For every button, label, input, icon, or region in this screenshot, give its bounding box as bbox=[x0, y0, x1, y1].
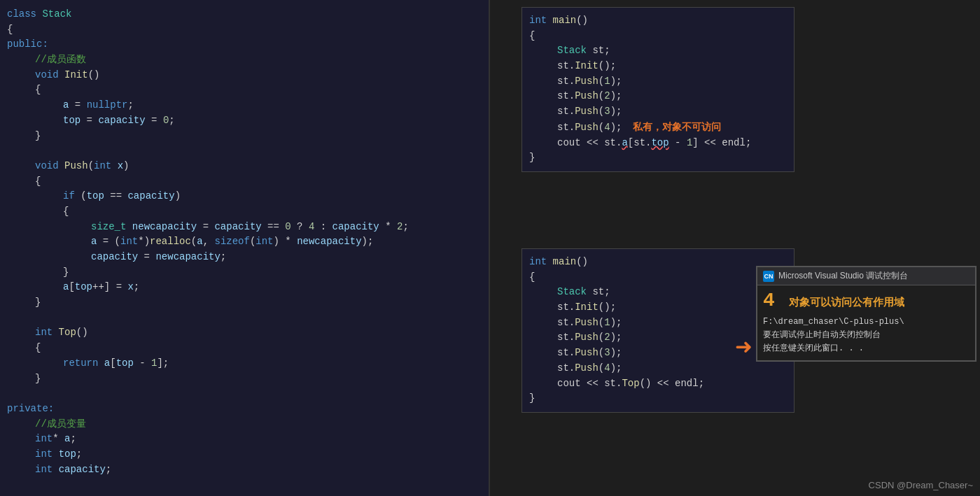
class-name: Stack bbox=[42, 7, 71, 22]
watermark: CSDN @Dream_Chaser~ bbox=[869, 480, 973, 490]
code-line: { bbox=[0, 174, 489, 190]
code-line: int* a; bbox=[0, 432, 489, 447]
code-line: st.Push(4); 私有，对象不可访问 bbox=[522, 120, 794, 136]
code-line: { bbox=[0, 341, 489, 356]
code-line: public: bbox=[0, 37, 489, 52]
code-line: cout << st.a[st.top - 1] << endl; bbox=[522, 136, 794, 151]
code-line: st.Push(2); bbox=[522, 330, 794, 346]
code-line: int main() bbox=[522, 13, 794, 29]
vs-console-panel: CN Microsoft Visual Studio 调试控制台 4 对象可以访… bbox=[756, 266, 976, 362]
code-line: int top; bbox=[0, 447, 489, 462]
code-line: st.Init(); bbox=[522, 59, 794, 74]
code-line: st.Init(); bbox=[522, 300, 794, 316]
code-line: } bbox=[0, 265, 489, 281]
code-line: capacity = newcapacity; bbox=[0, 250, 489, 265]
code-line: st.Push(1); bbox=[522, 316, 794, 331]
vs-output-line: 按任意键关闭此窗口. . . bbox=[763, 342, 969, 355]
code-line: st.Push(3); bbox=[522, 346, 794, 361]
code-line: { bbox=[0, 204, 489, 220]
code-line: st.Push(4); bbox=[522, 361, 794, 376]
annotation-private-inline: 私有，对象不可访问 bbox=[633, 120, 721, 135]
code-line: int Top() bbox=[0, 325, 489, 341]
code-line: if (top == capacity) bbox=[0, 189, 489, 204]
code-line: //成员函数 bbox=[0, 52, 489, 68]
code-line: void Push(int x) bbox=[0, 159, 489, 174]
vs-output: F:\dream_chaser\C-plus-plus\ 要在调试停止时自动关闭… bbox=[763, 316, 969, 356]
vs-icon: CN bbox=[763, 271, 774, 282]
code-line: private: bbox=[0, 402, 489, 417]
bottom-right-code-panel: int main() { Stack st; st.Init(); st.Pus… bbox=[522, 248, 794, 413]
code-line: int capacity; bbox=[0, 462, 489, 478]
top-right-code-panel: int main() { Stack st; st.Init(); st.Pus… bbox=[522, 7, 794, 172]
code-line: } bbox=[522, 150, 794, 166]
arrow-icon: ➜ bbox=[735, 336, 752, 364]
vs-title-bar: CN Microsoft Visual Studio 调试控制台 bbox=[757, 267, 975, 285]
code-line: { bbox=[522, 270, 794, 285]
left-code-panel: class Stack { public: //成员函数 void Init()… bbox=[0, 0, 490, 496]
code-line: Stack st; bbox=[522, 285, 794, 300]
code-line: st.Push(1); bbox=[522, 74, 794, 90]
code-line: { bbox=[0, 22, 489, 38]
code-line: st.Push(3); bbox=[522, 104, 794, 120]
vs-annotation: 对象可以访问公有作用域 bbox=[789, 296, 904, 308]
code-line: a[top++] = x; bbox=[0, 280, 489, 295]
code-line: a = (int*)realloc(a, sizeof(int) * newca… bbox=[0, 234, 489, 250]
code-line bbox=[0, 311, 489, 326]
code-line: } bbox=[0, 371, 489, 387]
code-line: top = capacity = 0; bbox=[0, 113, 489, 129]
code-line: void Init() bbox=[0, 68, 489, 83]
vs-output-line: F:\dream_chaser\C-plus-plus\ bbox=[763, 316, 969, 329]
vs-output-line: 要在调试停止时自动关闭控制台 bbox=[763, 329, 969, 342]
code-line: { bbox=[0, 83, 489, 98]
vs-title-text: Microsoft Visual Studio 调试控制台 bbox=[778, 270, 908, 282]
code-line: { bbox=[522, 29, 794, 44]
code-line bbox=[0, 386, 489, 402]
code-line: //成员变量 bbox=[0, 417, 489, 432]
code-line: st.Push(2); bbox=[522, 89, 794, 104]
code-line: } bbox=[522, 391, 794, 406]
code-line: int main() bbox=[522, 255, 794, 270]
code-line: cout << st.Top() << endl; bbox=[522, 376, 794, 392]
vs-number: 4 bbox=[763, 290, 775, 311]
code-line: } bbox=[0, 129, 489, 144]
code-line: return a[top - 1]; bbox=[0, 356, 489, 371]
code-line: } bbox=[0, 295, 489, 311]
keyword-class: class bbox=[7, 7, 42, 22]
vs-content: 4 对象可以访问公有作用域 F:\dream_chaser\C-plus-plu… bbox=[757, 285, 975, 360]
code-line bbox=[0, 143, 489, 159]
code-line: size_t newcapacity = capacity == 0 ? 4 :… bbox=[0, 220, 489, 235]
code-line: class Stack bbox=[0, 7, 489, 22]
code-line: a = nullptr; bbox=[0, 98, 489, 113]
code-line: Stack st; bbox=[522, 43, 794, 59]
